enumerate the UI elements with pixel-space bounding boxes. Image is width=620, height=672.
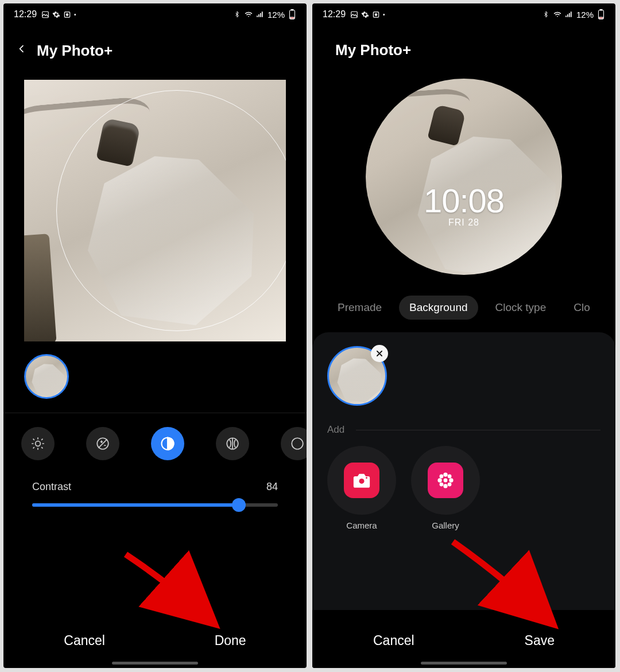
- status-bar: 12:29 •: [3, 3, 307, 25]
- battery-text: 12%: [576, 10, 594, 20]
- svg-point-14: [375, 13, 377, 15]
- bottom-buttons: Cancel Done: [3, 610, 307, 668]
- cancel-button[interactable]: Cancel: [52, 628, 117, 653]
- done-button[interactable]: Done: [203, 628, 258, 653]
- more-dot: •: [383, 11, 385, 18]
- svg-rect-16: [600, 9, 602, 10]
- screenshot-icon: [63, 10, 71, 18]
- svg-point-25: [440, 475, 444, 479]
- header: My Photo+: [312, 25, 615, 79]
- svg-point-28: [448, 483, 452, 487]
- divider: [356, 430, 600, 430]
- slider-thumb[interactable]: [232, 498, 246, 512]
- save-button[interactable]: Save: [513, 628, 566, 653]
- svg-point-26: [448, 475, 452, 479]
- brightness-icon[interactable]: [21, 427, 55, 460]
- battery-icon: [288, 10, 296, 18]
- bottom-buttons: Cancel Save: [312, 610, 615, 668]
- status-bar: 12:29 • 12%: [312, 3, 615, 25]
- image-icon: [350, 10, 358, 18]
- phone-left: 12:29 •: [3, 3, 307, 668]
- options-panel: Add Camera Gallery: [312, 332, 615, 610]
- crop-preview[interactable]: [24, 80, 286, 341]
- wifi-icon: [245, 10, 253, 18]
- svg-rect-4: [291, 9, 293, 10]
- bluetooth-icon: [542, 10, 550, 18]
- svg-line-8: [99, 439, 107, 448]
- battery-text: 12%: [268, 10, 285, 20]
- adjust-value: 84: [266, 481, 278, 493]
- home-indicator[interactable]: [112, 662, 198, 665]
- svg-point-6: [36, 441, 41, 446]
- header: My Photo+: [3, 25, 307, 80]
- tab-background[interactable]: Background: [399, 296, 478, 320]
- add-label: Add: [327, 424, 344, 436]
- clock-time: 10:08: [424, 181, 504, 220]
- photo-thumbnail[interactable]: [24, 354, 69, 399]
- exposure-icon[interactable]: [86, 427, 119, 460]
- tab-clock-type[interactable]: Clock type: [485, 296, 557, 320]
- back-icon[interactable]: [17, 41, 26, 60]
- camera-label: Camera: [346, 520, 377, 530]
- add-from-camera[interactable]: Camera: [327, 446, 396, 530]
- phone-right: 12:29 • 12% My Photo+ 10:08 FRI 28: [312, 3, 615, 668]
- svg-point-23: [437, 478, 441, 482]
- adjust-tools: [3, 413, 307, 466]
- tabs: Premade Background Clock type Clo: [312, 290, 615, 332]
- svg-point-19: [366, 477, 367, 479]
- clock-date: FRI 28: [448, 217, 479, 228]
- bluetooth-icon: [233, 10, 241, 18]
- add-from-gallery[interactable]: Gallery: [411, 446, 480, 530]
- svg-point-2: [66, 13, 68, 15]
- gallery-icon: [428, 463, 463, 498]
- tab-clock-color[interactable]: Clo: [563, 296, 600, 320]
- signal-icon: [565, 10, 573, 18]
- contrast-icon[interactable]: [151, 427, 184, 460]
- gear-icon: [52, 10, 60, 18]
- gallery-label: Gallery: [432, 520, 459, 530]
- camera-icon: [344, 463, 379, 498]
- watchface-preview: 10:08 FRI 28: [312, 79, 615, 290]
- watchface-circle[interactable]: 10:08 FRI 28: [366, 79, 562, 275]
- status-time: 12:29: [323, 9, 346, 20]
- status-time: 12:29: [14, 9, 37, 20]
- svg-point-27: [440, 483, 444, 487]
- cancel-button[interactable]: Cancel: [362, 628, 426, 653]
- gear-icon: [361, 10, 369, 18]
- battery-icon: [597, 10, 605, 18]
- thumbnail-row: [3, 341, 307, 413]
- wifi-icon: [553, 10, 561, 18]
- home-indicator[interactable]: [421, 662, 507, 665]
- svg-point-21: [443, 472, 447, 476]
- svg-point-11: [292, 438, 303, 449]
- page-title: My Photo+: [335, 41, 411, 59]
- slider[interactable]: [32, 503, 278, 507]
- svg-point-22: [443, 484, 447, 488]
- svg-rect-5: [290, 17, 294, 18]
- page-title: My Photo+: [37, 42, 113, 60]
- screenshot-icon: [372, 10, 380, 18]
- more-dot: •: [74, 11, 76, 18]
- hue-icon[interactable]: [281, 427, 307, 460]
- tab-premade[interactable]: Premade: [327, 296, 392, 320]
- slider-section: Contrast 84: [3, 466, 307, 511]
- saturation-icon[interactable]: [216, 427, 249, 460]
- remove-background-icon[interactable]: [371, 345, 388, 362]
- svg-point-24: [449, 478, 453, 482]
- svg-rect-17: [599, 17, 603, 18]
- image-icon: [41, 10, 49, 18]
- svg-point-18: [359, 479, 364, 484]
- background-thumb-selected[interactable]: [327, 346, 387, 406]
- signal-icon: [256, 10, 264, 18]
- svg-point-20: [444, 479, 448, 483]
- adjust-label: Contrast: [32, 481, 71, 493]
